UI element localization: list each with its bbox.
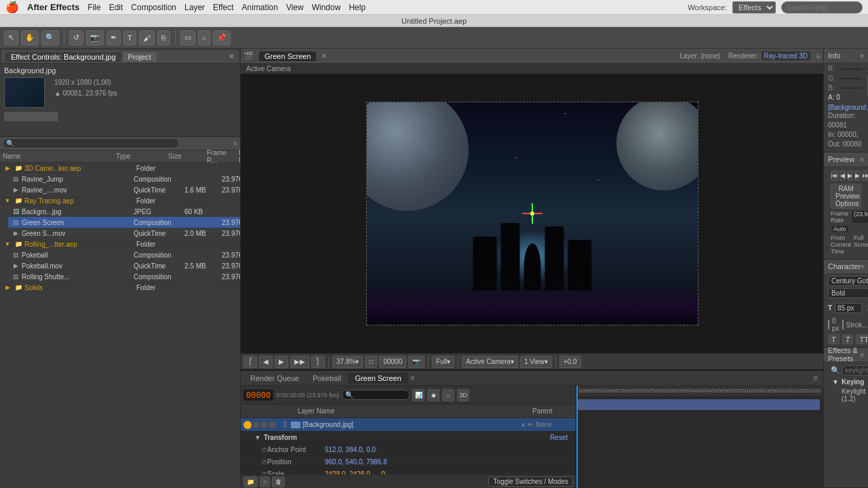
shape-ellipse[interactable]: ○ bbox=[198, 30, 211, 45]
list-item[interactable]: ▶ 📁 3D Came...ker.aep Folder bbox=[0, 163, 240, 174]
menu-file[interactable]: File bbox=[87, 3, 100, 12]
view-options[interactable]: □ bbox=[365, 356, 377, 368]
timeline-search[interactable] bbox=[342, 390, 410, 400]
menu-layer[interactable]: Layer bbox=[184, 3, 205, 12]
list-item[interactable]: ▶ Ravine_....mov QuickTime 1.6 MB 23.976 bbox=[8, 184, 240, 195]
project-options[interactable]: ≡ bbox=[233, 140, 237, 147]
apple-menu[interactable]: 🍎 bbox=[5, 1, 19, 14]
list-item[interactable]: ▤ Green Screen Composition 23.976 bbox=[8, 217, 240, 228]
layer-vis-toggle[interactable] bbox=[243, 421, 252, 429]
playback-region-start[interactable]: ⎧ bbox=[243, 356, 257, 368]
position-stopwatch[interactable]: ⏱ bbox=[261, 459, 267, 466]
font-style[interactable] bbox=[828, 288, 868, 298]
quality-select[interactable]: Full ▾ bbox=[432, 356, 454, 368]
list-item[interactable]: 🖼 Backgro...jpg JPEG 60 KB bbox=[8, 206, 240, 217]
caps-btn[interactable]: TT bbox=[856, 334, 868, 344]
frame-back[interactable]: ◀ bbox=[259, 356, 273, 368]
list-item[interactable]: ▤ Rolling Shutte... Composition 23.976 bbox=[8, 271, 240, 282]
tl-3d[interactable]: 3D bbox=[457, 389, 469, 401]
last-frame-btn[interactable]: ⏭ bbox=[862, 170, 868, 181]
camera-tool[interactable]: 📷 bbox=[86, 30, 104, 45]
comp-tab-close[interactable]: ✕ bbox=[321, 52, 327, 60]
first-frame-btn[interactable]: ⏮ bbox=[831, 170, 838, 181]
ep-search-input[interactable] bbox=[842, 365, 868, 375]
tl-tab-green-screen[interactable]: Green Screen bbox=[348, 373, 408, 384]
tl-tab-render-queue[interactable]: Render Queue bbox=[243, 373, 306, 384]
views-select[interactable]: 1 View ▾ bbox=[520, 356, 552, 368]
list-item[interactable]: ▤ Pokeball Composition 23.976 bbox=[8, 249, 240, 260]
select-tool[interactable]: ↖ bbox=[4, 30, 18, 45]
italic-btn[interactable]: T bbox=[842, 334, 854, 344]
ep-keylight-item[interactable]: Keylight (1.2) bbox=[828, 387, 864, 403]
layer-adjust-icon[interactable]: ✏ bbox=[528, 421, 533, 428]
renderer-value[interactable]: Ray-traced 3D bbox=[762, 52, 810, 60]
ep-keying-category[interactable]: ▼ Keying bbox=[828, 377, 864, 387]
playback-region-end[interactable]: ⎫ bbox=[311, 356, 325, 368]
comp-icon-btn[interactable]: 🎬 bbox=[243, 52, 254, 61]
fill-color-swatch[interactable] bbox=[828, 320, 829, 329]
layer-lock-toggle[interactable] bbox=[269, 422, 276, 428]
list-item[interactable]: ▼ 📁 Rolling_...tter.aep Folder bbox=[0, 239, 240, 249]
brush-tool[interactable]: 🖌 bbox=[139, 30, 155, 45]
hand-tool[interactable]: ✋ bbox=[21, 30, 39, 45]
zoom-tool[interactable]: 🔍 bbox=[41, 30, 59, 45]
snapshot[interactable]: 📷 bbox=[408, 356, 425, 368]
clone-tool[interactable]: ⎘ bbox=[157, 30, 170, 45]
menu-edit[interactable]: Edit bbox=[109, 3, 123, 12]
bold-btn[interactable]: T bbox=[828, 334, 840, 344]
timecode-display[interactable]: 00000 bbox=[379, 356, 406, 368]
transform-reset[interactable]: Reset bbox=[550, 434, 568, 441]
character-panel-close[interactable]: ≡ bbox=[861, 263, 865, 270]
panel-close-btn[interactable]: ✕ bbox=[229, 52, 235, 61]
menu-help[interactable]: Help bbox=[349, 3, 366, 12]
tl-solo[interactable]: ○ bbox=[442, 389, 454, 401]
play-btn[interactable]: ▶ bbox=[847, 170, 853, 181]
layer-parent[interactable]: None bbox=[536, 421, 573, 428]
frame-rate-value[interactable]: (23.98) bbox=[851, 210, 868, 224]
ram-preview-button[interactable]: RAM Preview Options bbox=[831, 184, 861, 209]
timeline-layer-row[interactable]: 3 [Background.jpg] ≡ ✏ None bbox=[241, 418, 576, 432]
composition-viewport[interactable] bbox=[241, 74, 823, 353]
menu-animation[interactable]: Animation bbox=[242, 3, 278, 12]
list-item[interactable]: ▤ Ravine_Jump Composition 23.976 bbox=[8, 174, 240, 184]
tl-tab-close[interactable]: ✕ bbox=[410, 374, 415, 382]
text-tool[interactable]: T bbox=[123, 30, 136, 45]
project-tab[interactable]: Project bbox=[123, 52, 157, 62]
resolution-value[interactable]: Auto bbox=[831, 225, 849, 233]
anchor-stopwatch[interactable]: ⏱ bbox=[261, 447, 267, 453]
timeline-playhead[interactable] bbox=[576, 386, 578, 488]
zoom-select[interactable]: 37.8% ▾ bbox=[332, 356, 363, 368]
tl-graph-editor[interactable]: 📊 bbox=[412, 389, 425, 401]
comp-menu-btn[interactable]: ≡ bbox=[816, 52, 821, 61]
delete-btn[interactable]: 🗑 bbox=[272, 476, 285, 487]
menu-composition[interactable]: Composition bbox=[131, 3, 176, 12]
list-item[interactable]: ▶ 📁 Solids Folder bbox=[0, 282, 240, 293]
info-panel-close[interactable]: ≡ bbox=[860, 52, 864, 60]
rotate-tool[interactable]: ↺ bbox=[69, 30, 83, 45]
anchor-value[interactable]: 512.0, 384.0, 0.0 bbox=[325, 446, 376, 453]
list-item[interactable]: ▼ 📁 Ray Tracing.aep Folder bbox=[0, 195, 240, 206]
comp-tab-greenscreen[interactable]: Green Screen bbox=[259, 52, 316, 61]
menu-effect[interactable]: Effect bbox=[213, 3, 233, 12]
frame-forward[interactable]: ▶▶ bbox=[290, 356, 309, 368]
exposure-value[interactable]: +0.0 bbox=[559, 356, 581, 368]
effects-presets-close[interactable]: ≡ bbox=[860, 351, 864, 359]
tl-tab-pokeball[interactable]: Pokeball bbox=[306, 373, 348, 384]
menu-window[interactable]: Window bbox=[312, 3, 341, 12]
pen-tool[interactable]: ✒ bbox=[106, 30, 121, 45]
next-frame-btn[interactable]: ▶ bbox=[854, 170, 861, 181]
shape-rect[interactable]: ▭ bbox=[180, 30, 195, 45]
layer-audio-toggle[interactable] bbox=[253, 422, 260, 428]
font-size-input[interactable] bbox=[835, 303, 862, 313]
camera-select[interactable]: Active Camera ▾ bbox=[462, 356, 518, 368]
play-stop[interactable]: ▶ bbox=[275, 356, 288, 368]
timeline-timecode[interactable]: 00000 bbox=[243, 390, 273, 401]
font-select[interactable] bbox=[828, 276, 868, 286]
solo-btn[interactable]: ○ bbox=[260, 476, 270, 487]
prev-frame-btn[interactable]: ◀ bbox=[840, 170, 846, 181]
workspace-select[interactable]: Effects bbox=[732, 1, 776, 14]
project-search-input[interactable] bbox=[3, 138, 179, 148]
help-search[interactable] bbox=[781, 1, 863, 14]
list-item[interactable]: ▶ Pokeball.mov QuickTime 2.5 MB 23.976 bbox=[8, 260, 240, 271]
layer-name-label[interactable]: [Background.jpg] bbox=[302, 421, 521, 428]
